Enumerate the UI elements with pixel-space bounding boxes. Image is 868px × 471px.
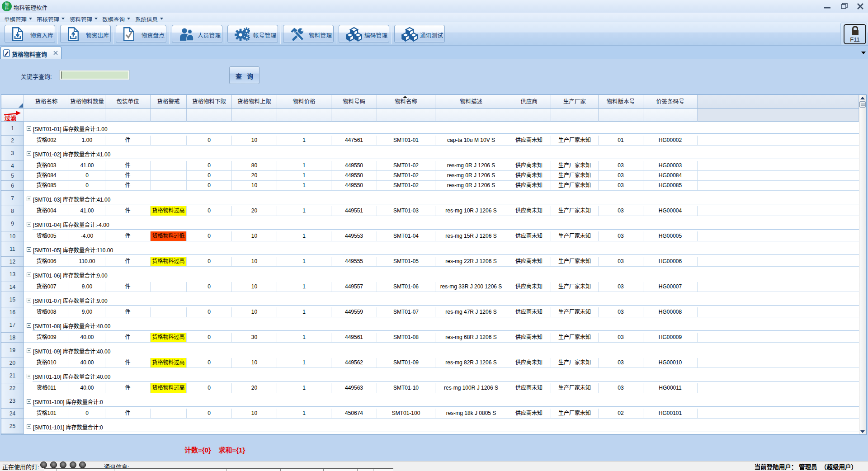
svg-text:物: 物 [5,2,9,6]
svg-text:过滤: 过滤 [5,115,16,121]
svg-text:料: 料 [5,6,9,10]
